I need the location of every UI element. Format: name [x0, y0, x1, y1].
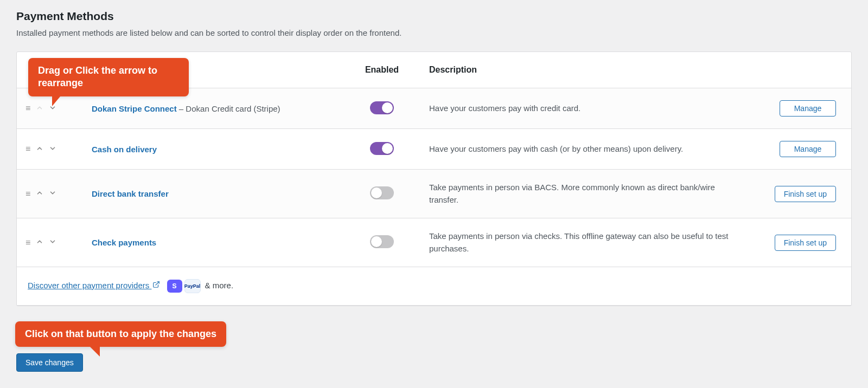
external-link-icon — [152, 281, 160, 290]
toggle-knob-icon — [382, 143, 393, 154]
method-cell: Check payments — [83, 218, 343, 267]
enabled-toggle[interactable] — [370, 101, 394, 114]
callout-rearrange: Drag or Click the arrow to rearrange — [28, 58, 189, 96]
callout-apply-text: Click on that button to apply the change… — [25, 328, 216, 339]
column-action — [742, 52, 851, 88]
save-changes-button[interactable]: Save changes — [16, 353, 83, 372]
drag-handle-icon[interactable]: ≡ — [25, 190, 30, 198]
callout-rearrange-text: Drag or Click the arrow to rearrange — [38, 65, 157, 88]
method-link[interactable]: Dokan Stripe Connect — [92, 104, 177, 113]
stripe-badge-icon: S — [167, 280, 182, 293]
manage-button[interactable]: Manage — [780, 141, 836, 157]
drag-handle-icon[interactable]: ≡ — [25, 104, 30, 113]
enabled-toggle[interactable] — [370, 235, 394, 248]
discover-link[interactable]: Discover other payment providers — [28, 281, 160, 290]
callout-apply: Click on that button to apply the change… — [15, 321, 226, 347]
enabled-cell — [343, 129, 420, 170]
page-title: Payment Methods — [16, 10, 852, 23]
description-cell: Have your customers pay with cash (or by… — [420, 129, 742, 170]
enabled-cell — [343, 218, 420, 267]
enabled-cell — [343, 170, 420, 218]
sort-cell: ≡ — [17, 170, 83, 218]
description-cell: Take payments in person via checks. This… — [420, 218, 742, 267]
method-suffix: – Dokan Credit card (Stripe) — [177, 104, 280, 113]
description-cell: Take payments in person via BACS. More c… — [420, 170, 742, 218]
move-up-icon — [36, 104, 43, 113]
toggle-knob-icon — [371, 236, 382, 247]
drag-handle-icon[interactable]: ≡ — [25, 238, 30, 247]
discover-more-text: & more. — [205, 281, 234, 290]
discover-row: Discover other payment providers SPayPal… — [17, 267, 851, 306]
method-cell: Direct bank transfer — [83, 170, 343, 218]
svg-line-0 — [156, 282, 159, 285]
method-link[interactable]: Direct bank transfer — [92, 189, 169, 198]
toggle-knob-icon — [382, 102, 393, 113]
move-down-icon[interactable] — [49, 238, 56, 247]
method-link[interactable]: Cash on delivery — [92, 145, 157, 154]
enabled-toggle[interactable] — [370, 186, 394, 199]
enabled-cell — [343, 88, 420, 129]
finish-set-up-button[interactable]: Finish set up — [775, 186, 836, 202]
discover-cell: Discover other payment providers SPayPal… — [17, 267, 851, 306]
sort-cell: ≡ — [17, 129, 83, 170]
callout-pointer-icon — [90, 347, 100, 357]
action-cell: Manage — [742, 129, 851, 170]
move-up-icon[interactable] — [36, 189, 43, 198]
paypal-badge-icon: PayPal — [184, 279, 201, 293]
move-down-icon[interactable] — [49, 189, 56, 198]
manage-button[interactable]: Manage — [780, 100, 836, 117]
enabled-toggle[interactable] — [370, 142, 394, 155]
table-row: ≡Direct bank transferTake payments in pe… — [17, 170, 851, 218]
finish-set-up-button[interactable]: Finish set up — [775, 235, 836, 251]
table-row: ≡Cash on deliveryHave your customers pay… — [17, 129, 851, 170]
toggle-knob-icon — [371, 187, 382, 198]
move-down-icon[interactable] — [49, 145, 56, 154]
page-subtitle: Installed payment methods are listed bel… — [16, 28, 852, 37]
callout-pointer-icon — [52, 96, 60, 106]
move-up-icon[interactable] — [36, 238, 43, 247]
drag-handle-icon[interactable]: ≡ — [25, 145, 30, 153]
action-cell: Finish set up — [742, 170, 851, 218]
description-cell: Have your customers pay with credit card… — [420, 88, 742, 129]
method-cell: Cash on delivery — [83, 129, 343, 170]
action-cell: Finish set up — [742, 218, 851, 267]
column-enabled: Enabled — [343, 52, 420, 88]
sort-cell: ≡ — [17, 218, 83, 267]
move-up-icon[interactable] — [36, 145, 43, 154]
action-cell: Manage — [742, 88, 851, 129]
column-description: Description — [420, 52, 742, 88]
table-row: ≡Check paymentsTake payments in person v… — [17, 218, 851, 267]
method-link[interactable]: Check payments — [92, 238, 156, 247]
